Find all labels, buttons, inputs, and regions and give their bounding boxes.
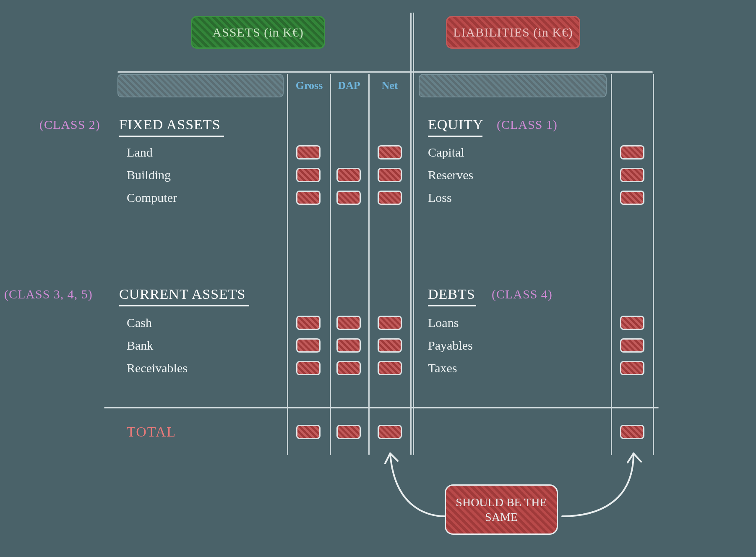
vline-gross-left — [287, 74, 288, 455]
item-bank: Bank — [127, 338, 153, 353]
chip-building-dap — [336, 168, 361, 182]
assets-label-column-bar — [117, 74, 284, 97]
col-net: Net — [371, 74, 409, 97]
hline-total — [104, 407, 659, 408]
arrow-left-icon — [378, 441, 461, 537]
debts-title: DEBTS — [428, 286, 476, 302]
item-computer: Computer — [127, 191, 177, 205]
chip-loans — [620, 316, 644, 330]
note-should-be-same: SHOULD BE THE SAME — [445, 484, 558, 535]
chip-total-liabilities — [620, 425, 644, 439]
vline-liab-value-left — [611, 74, 612, 455]
chip-capital — [620, 145, 644, 160]
debts-class: (CLASS 4) — [492, 287, 553, 301]
col-gross: Gross — [289, 74, 329, 97]
item-receivables: Receivables — [127, 361, 188, 375]
item-loss: Loss — [428, 191, 452, 205]
item-building: Building — [127, 168, 171, 182]
chip-receivables-dap — [336, 361, 361, 375]
chip-cash-dap — [336, 316, 361, 330]
assets-header: ASSETS (in K€) — [191, 16, 325, 49]
item-reserves: Reserves — [428, 168, 473, 182]
vline-liab-value-right — [653, 74, 654, 455]
chip-total-net — [378, 425, 402, 439]
hline-top — [117, 71, 653, 73]
chip-bank-gross — [296, 338, 321, 353]
equity-title: EQUITY — [428, 117, 482, 133]
item-cash: Cash — [127, 316, 152, 330]
fixed-assets-title: FIXED ASSETS — [119, 117, 224, 133]
liabilities-column-bar — [419, 74, 607, 97]
chip-computer-dap — [336, 191, 361, 205]
chip-receivables-gross — [296, 361, 321, 375]
chip-receivables-net — [378, 361, 402, 375]
vline-dap-right — [368, 74, 370, 455]
fixed-assets-class: (CLASS 2) — [39, 118, 100, 132]
current-assets-title: CURRENT ASSETS — [119, 286, 249, 302]
chip-building-net — [378, 168, 402, 182]
item-capital: Capital — [428, 145, 464, 160]
vline-gross-right — [330, 74, 331, 455]
chip-reserves — [620, 168, 644, 182]
chip-total-dap — [336, 425, 361, 439]
item-payables: Payables — [428, 338, 473, 353]
chip-payables — [620, 338, 644, 353]
chip-taxes — [620, 361, 644, 375]
vline-center2 — [413, 13, 414, 455]
vline-center — [410, 13, 412, 455]
item-loans: Loans — [428, 316, 459, 330]
chip-computer-gross — [296, 191, 321, 205]
col-dap: DAP — [331, 74, 367, 97]
equity-class: (CLASS 1) — [497, 118, 558, 132]
chip-total-gross — [296, 425, 321, 439]
chip-land-gross — [296, 145, 321, 160]
item-land: Land — [127, 145, 153, 160]
chip-loss — [620, 191, 644, 205]
current-assets-class: (CLASS 3, 4, 5) — [4, 287, 93, 301]
liabilities-header: LIABILITIES (in K€) — [446, 16, 580, 49]
chip-building-gross — [296, 168, 321, 182]
arrow-right-icon — [554, 441, 654, 537]
chip-cash-gross — [296, 316, 321, 330]
chip-cash-net — [378, 316, 402, 330]
chip-bank-net — [378, 338, 402, 353]
item-taxes: Taxes — [428, 361, 457, 375]
chip-land-net — [378, 145, 402, 160]
chip-bank-dap — [336, 338, 361, 353]
total-label: TOTAL — [127, 424, 176, 440]
chip-computer-net — [378, 191, 402, 205]
